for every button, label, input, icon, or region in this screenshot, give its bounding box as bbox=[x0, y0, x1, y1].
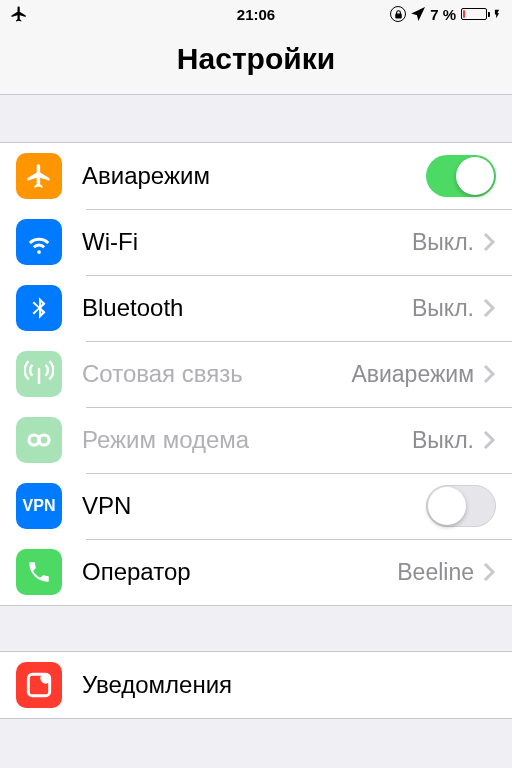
airplane-status-icon bbox=[10, 5, 28, 23]
bluetooth-label: Bluetooth bbox=[82, 294, 412, 322]
chevron-right-icon bbox=[482, 560, 496, 584]
status-right: 7 % bbox=[362, 6, 502, 23]
status-bar: 21:06 7 % bbox=[0, 0, 512, 28]
hotspot-row[interactable]: Режим модема Выкл. bbox=[0, 407, 512, 473]
notifications-icon bbox=[16, 662, 62, 708]
hotspot-label: Режим модема bbox=[82, 426, 412, 454]
airplane-icon bbox=[16, 153, 62, 199]
notifications-row[interactable]: Уведомления bbox=[0, 652, 512, 718]
svg-point-2 bbox=[39, 435, 49, 445]
vpn-toggle[interactable] bbox=[426, 485, 496, 527]
page-title: Настройки bbox=[0, 42, 512, 76]
battery-icon bbox=[461, 8, 487, 20]
hotspot-icon bbox=[16, 417, 62, 463]
status-time: 21:06 bbox=[150, 6, 362, 23]
chevron-right-icon bbox=[482, 428, 496, 452]
cellular-icon bbox=[16, 351, 62, 397]
settings-group-connectivity: Авиарежим Wi-Fi Выкл. Bluetooth Выкл. Со… bbox=[0, 143, 512, 606]
orientation-lock-icon bbox=[390, 6, 406, 22]
wifi-label: Wi-Fi bbox=[82, 228, 412, 256]
svg-point-4 bbox=[40, 673, 51, 684]
cellular-label: Сотовая связь bbox=[82, 360, 351, 388]
bluetooth-row[interactable]: Bluetooth Выкл. bbox=[0, 275, 512, 341]
bluetooth-value: Выкл. bbox=[412, 295, 474, 322]
cellular-value: Авиарежим bbox=[351, 361, 474, 388]
battery-percent: 7 % bbox=[430, 6, 456, 23]
airplane-mode-row[interactable]: Авиарежим bbox=[0, 143, 512, 209]
wifi-icon bbox=[16, 219, 62, 265]
group-spacer bbox=[0, 95, 512, 143]
chevron-right-icon bbox=[482, 296, 496, 320]
carrier-row[interactable]: Оператор Beeline bbox=[0, 539, 512, 605]
bluetooth-icon bbox=[16, 285, 62, 331]
svg-rect-0 bbox=[396, 14, 401, 18]
group-spacer bbox=[0, 606, 512, 652]
settings-group-notifications: Уведомления bbox=[0, 652, 512, 719]
location-icon bbox=[411, 7, 425, 21]
vpn-icon: VPN bbox=[16, 483, 62, 529]
wifi-value: Выкл. bbox=[412, 229, 474, 256]
vpn-tile-text: VPN bbox=[23, 497, 56, 515]
status-left bbox=[10, 5, 150, 23]
vpn-row[interactable]: VPN VPN bbox=[0, 473, 512, 539]
airplane-toggle[interactable] bbox=[426, 155, 496, 197]
chevron-right-icon bbox=[482, 362, 496, 386]
nav-header: Настройки bbox=[0, 28, 512, 95]
phone-icon bbox=[16, 549, 62, 595]
chevron-right-icon bbox=[482, 230, 496, 254]
vpn-label: VPN bbox=[82, 492, 426, 520]
cellular-row[interactable]: Сотовая связь Авиарежим bbox=[0, 341, 512, 407]
carrier-value: Beeline bbox=[397, 559, 474, 586]
airplane-label: Авиарежим bbox=[82, 162, 426, 190]
wifi-row[interactable]: Wi-Fi Выкл. bbox=[0, 209, 512, 275]
carrier-label: Оператор bbox=[82, 558, 397, 586]
notifications-label: Уведомления bbox=[82, 671, 496, 699]
hotspot-value: Выкл. bbox=[412, 427, 474, 454]
charging-icon bbox=[492, 7, 502, 21]
